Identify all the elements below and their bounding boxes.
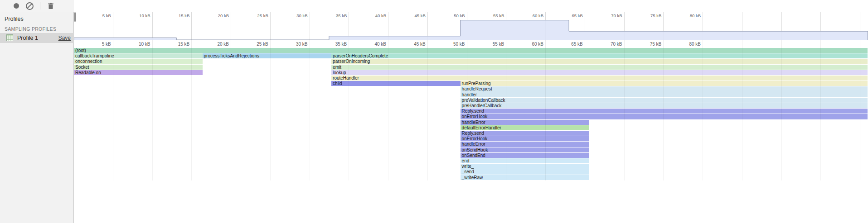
gridline [270,40,271,48]
flame-bar-reply-send[interactable]: Reply.send [461,109,868,114]
gridline [270,48,271,180]
save-profile-link[interactable]: Save [58,35,71,41]
gridline [742,40,742,48]
gridline [427,48,428,180]
ruler-tick-label: 75 kB [650,42,662,47]
ruler-tick-label: 65 kB [571,42,583,47]
gridline [820,48,821,180]
no-symbol [26,2,34,10]
flame-bar-end[interactable]: end [461,158,590,163]
flame-bar-send[interactable]: _send [461,169,590,174]
flame-bar-root[interactable]: (root) [74,48,868,53]
flame-bar-prevalidationcallback[interactable]: preValidationCallback [461,98,868,103]
flame-bar-prehandlercallback[interactable]: preHandlerCallback [461,103,868,108]
ruler-tick-label: 35 kB [335,42,347,47]
gridline [231,40,231,48]
record-icon[interactable] [12,0,21,12]
gridline [388,40,388,48]
gridline [349,48,349,180]
profiles-sidebar: Profiles SAMPLING PROFILES Profile 1 Sav… [0,12,74,223]
gridline [585,40,585,48]
profile-name: Profile 1 [17,35,38,41]
flame-bar-child[interactable]: child [331,81,461,86]
profile-list-item[interactable]: Profile 1 Save [0,33,74,43]
ruler-tick-label: 80 kB [689,42,701,47]
gridline [545,40,546,48]
flame-bar-routehandler[interactable]: routeHandler [331,76,868,81]
gridline [231,48,231,180]
sampling-profiles-heading: SAMPLING PROFILES [5,26,56,32]
ruler-tick-label: 30 kB [296,42,308,47]
flame-bar-parseronheaderscomplete[interactable]: parserOnHeadersComplete [331,53,868,58]
gridline [585,48,585,180]
gridline [467,48,467,180]
flame-bar-onsendend[interactable]: onSendEnd [461,153,590,158]
ruler-tick-label: 70 kB [611,42,622,47]
gridline [388,48,388,180]
flame-bar-onsendhook[interactable]: onSendHook [461,147,590,152]
heap-profiler-panel: Chart Profiles SAMPLING PROFILES Profile… [0,0,868,223]
record-dot [14,3,19,9]
gridline [113,48,113,180]
flame-bar-write[interactable]: write_ [461,164,590,169]
trash-icon[interactable] [45,0,56,12]
ruler-tick-label: 60 kB [532,42,543,47]
flame-bar-defaulterrorhandler[interactable]: defaultErrorHandler [461,125,590,130]
ruler-tick-label: 55 kB [493,42,504,47]
gridline [152,48,153,180]
flame-bar-lookup[interactable]: lookup [331,70,868,75]
flame-bar-handlerequest[interactable]: handleRequest [461,86,868,91]
gridline [191,40,192,48]
gridline [191,48,192,180]
flame-bar-handleerror[interactable]: handleError [461,142,590,147]
gridline [152,40,153,48]
sidebar-title: Profiles [5,16,24,22]
gridline [703,40,703,48]
allocation-overview-chart[interactable] [74,12,868,40]
gridline [310,48,310,180]
flame-bar-handleerror[interactable]: handleError [461,120,590,125]
gridline [703,48,703,180]
gridline [781,40,782,48]
ruler-tick-label: 20 kB [217,42,229,47]
gridline [860,48,860,180]
flame-bar-handler[interactable]: handler [461,92,868,97]
gridline [624,48,625,180]
gridline [820,40,821,48]
gridline [113,40,113,48]
flame-bar-runpreparsing[interactable]: runPreParsing [461,81,868,86]
gridline [427,40,428,48]
gridline [349,40,349,48]
gridline [742,48,742,180]
overview-drag-handle[interactable] [74,12,76,22]
clear-icon[interactable] [24,0,34,12]
trash-glyph [48,3,54,9]
flame-bar-onconnection[interactable]: onconnection [74,59,203,64]
ruler-tick-label: 45 kB [414,42,426,47]
flame-bar-writeraw[interactable]: _writeRaw [461,175,590,180]
flame-bar-callbacktrampoline[interactable]: callbackTrampoline [74,53,203,58]
gridline [781,48,782,180]
flame-bar-parseronincoming[interactable]: parserOnIncoming [331,59,868,64]
gridline [506,40,506,48]
flame-bar-emit[interactable]: emit [331,65,868,70]
gridline [860,40,860,48]
gridline [663,40,664,48]
flame-bar-socket[interactable]: Socket [74,65,203,70]
flame-bar-onerrorhook[interactable]: onErrorHook [461,136,590,141]
flame-bar-readable-on[interactable]: Readable.on [74,70,203,75]
flame-bar-reply-send[interactable]: Reply.send [461,131,590,136]
profile-icon [6,34,13,41]
flame-bar-processticksandrejections[interactable]: processTicksAndRejections [203,53,332,58]
ruler-tick-label: 25 kB [257,42,268,47]
toolbar-divider [40,2,40,9]
ruler-tick-label: 10 kB [139,42,150,47]
ruler-tick-label: 50 kB [453,42,465,47]
gridline [545,48,546,180]
flame-chart-area: 5 kB10 kB15 kB20 kB25 kB30 kB35 kB40 kB4… [74,0,868,223]
flame-bar-onerrorhook[interactable]: onErrorHook [461,114,868,119]
gridline [663,48,664,180]
gridline [310,40,310,48]
gridline [624,40,625,48]
gridline [506,48,506,180]
